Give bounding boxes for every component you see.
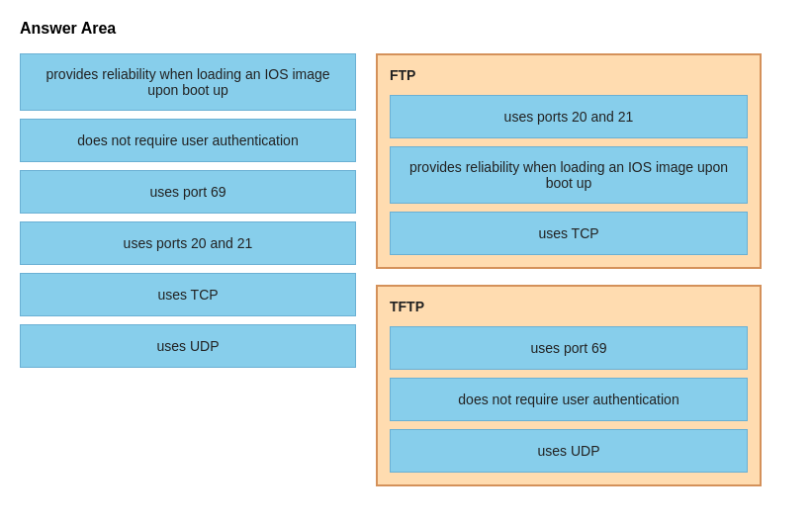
source-item-item-reliability[interactable]: provides reliability when loading an IOS… (20, 53, 356, 111)
drop-item-ftp-reliability[interactable]: provides reliability when loading an IOS… (390, 146, 748, 204)
source-item-item-port69[interactable]: uses port 69 (20, 170, 356, 214)
main-layout: provides reliability when loading an IOS… (20, 53, 792, 486)
source-item-item-ports2021[interactable]: uses ports 20 and 21 (20, 221, 356, 265)
answer-area: Answer Area provides reliability when lo… (20, 20, 792, 486)
drop-column: FTPuses ports 20 and 21provides reliabil… (376, 53, 762, 486)
drop-item-tftp-port69[interactable]: uses port 69 (390, 326, 748, 370)
drop-item-tftp-no-auth[interactable]: does not require user authentication (390, 378, 748, 421)
drop-item-ftp-ports2021[interactable]: uses ports 20 and 21 (390, 95, 748, 138)
source-item-item-tcp[interactable]: uses TCP (20, 273, 356, 316)
source-column: provides reliability when loading an IOS… (20, 53, 356, 368)
drop-zone-zone-ftp: FTPuses ports 20 and 21provides reliabil… (376, 53, 762, 269)
drop-item-ftp-tcp[interactable]: uses TCP (390, 212, 748, 255)
page-title: Answer Area (20, 20, 792, 38)
source-item-item-udp[interactable]: uses UDP (20, 324, 356, 368)
drop-zone-label-zone-tftp: TFTP (390, 299, 748, 314)
drop-zone-label-zone-ftp: FTP (390, 67, 748, 83)
drop-zone-zone-tftp: TFTPuses port 69does not require user au… (376, 285, 762, 486)
drop-item-tftp-udp[interactable]: uses UDP (390, 429, 748, 473)
source-item-item-no-auth[interactable]: does not require user authentication (20, 119, 356, 162)
